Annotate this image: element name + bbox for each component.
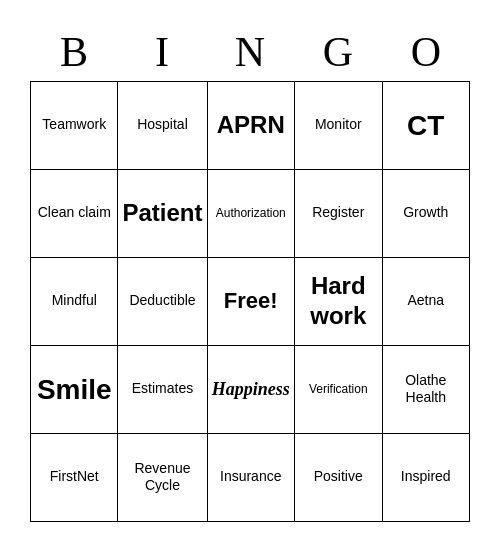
cell-r3-c4[interactable]: Olathe Health	[383, 346, 471, 434]
cell-r1-c2[interactable]: Authorization	[208, 170, 296, 258]
cell-r0-c0[interactable]: Teamwork	[31, 82, 118, 170]
cell-r3-c2[interactable]: Happiness	[208, 346, 296, 434]
cell-r2-c3[interactable]: Hard work	[295, 258, 383, 346]
header-letter: I	[118, 23, 206, 81]
cell-r2-c1[interactable]: Deductible	[118, 258, 207, 346]
cell-r1-c0[interactable]: Clean claim	[31, 170, 118, 258]
cell-r3-c0[interactable]: Smile	[31, 346, 118, 434]
cell-r4-c1[interactable]: Revenue Cycle	[118, 434, 207, 522]
bingo-grid: TeamworkHospitalAPRNMonitorCTClean claim…	[30, 81, 470, 522]
cell-r2-c4[interactable]: Aetna	[383, 258, 471, 346]
cell-r3-c1[interactable]: Estimates	[118, 346, 207, 434]
cell-r4-c4[interactable]: Inspired	[383, 434, 471, 522]
cell-r0-c3[interactable]: Monitor	[295, 82, 383, 170]
bingo-card: BINGO TeamworkHospitalAPRNMonitorCTClean…	[20, 13, 480, 532]
cell-r4-c2[interactable]: Insurance	[208, 434, 296, 522]
cell-r1-c1[interactable]: Patient	[118, 170, 207, 258]
cell-r0-c4[interactable]: CT	[383, 82, 471, 170]
cell-r0-c2[interactable]: APRN	[208, 82, 296, 170]
cell-r1-c4[interactable]: Growth	[383, 170, 471, 258]
cell-r2-c0[interactable]: Mindful	[31, 258, 118, 346]
cell-r0-c1[interactable]: Hospital	[118, 82, 207, 170]
header-letter: B	[30, 23, 118, 81]
header-letter: O	[382, 23, 470, 81]
cell-r3-c3[interactable]: Verification	[295, 346, 383, 434]
bingo-header: BINGO	[30, 23, 470, 81]
cell-r1-c3[interactable]: Register	[295, 170, 383, 258]
header-letter: N	[206, 23, 294, 81]
header-letter: G	[294, 23, 382, 81]
cell-r2-c2[interactable]: Free!	[208, 258, 296, 346]
cell-r4-c3[interactable]: Positive	[295, 434, 383, 522]
cell-r4-c0[interactable]: FirstNet	[31, 434, 118, 522]
